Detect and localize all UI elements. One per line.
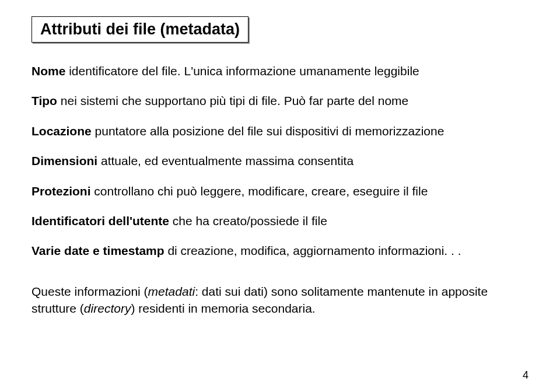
footer-italic-metadati: metadati <box>148 285 195 298</box>
page-title: Attributi dei file (metadata) <box>40 20 240 38</box>
footer-text-a: Queste informazioni ( <box>32 285 148 298</box>
footer-italic-directory: directory <box>84 302 131 315</box>
attr-label: Protezioni <box>32 184 91 198</box>
attr-text: controllano chi può leggere, modificare,… <box>91 184 428 198</box>
footer-text-c: ) residenti in memoria secondaria. <box>131 302 315 315</box>
attr-nome: Nome identificatore del file. L'unica in… <box>32 62 528 79</box>
attr-protezioni: Protezioni controllano chi può leggere, … <box>32 183 528 200</box>
attr-text: attuale, ed eventualmente massima consen… <box>97 154 354 167</box>
attr-dimensioni: Dimensioni attuale, ed eventualmente mas… <box>32 152 528 169</box>
attr-text: che ha creato/possiede il file <box>169 214 327 228</box>
document-page: Attributi dei file (metadata) Nome ident… <box>0 0 560 317</box>
attr-tipo: Tipo nei sistemi che supportano più tipi… <box>32 92 528 109</box>
attr-label: Tipo <box>32 94 57 107</box>
page-title-box: Attributi dei file (metadata) <box>32 16 249 43</box>
attr-label: Varie date e timestamp <box>32 244 164 257</box>
attr-date: Varie date e timestamp di creazione, mod… <box>32 242 528 259</box>
attr-text: di creazione, modifica, aggiornamento in… <box>164 244 461 257</box>
attr-label: Nome <box>32 64 65 78</box>
attr-label: Dimensioni <box>32 154 97 167</box>
attr-text: puntatore alla posizione del file sui di… <box>92 124 444 138</box>
attr-identificatori: Identificatori dell'utente che ha creato… <box>32 212 528 229</box>
page-number: 4 <box>523 369 528 382</box>
attr-locazione: Locazione puntatore alla posizione del f… <box>32 123 528 139</box>
attr-label: Identificatori dell'utente <box>32 214 169 228</box>
attr-label: Locazione <box>32 124 92 138</box>
footer-note: Queste informazioni (metadati: dati sui … <box>32 283 528 317</box>
attr-text: nei sistemi che supportano più tipi di f… <box>57 94 408 107</box>
attr-text: identificatore del file. L'unica informa… <box>65 64 419 78</box>
